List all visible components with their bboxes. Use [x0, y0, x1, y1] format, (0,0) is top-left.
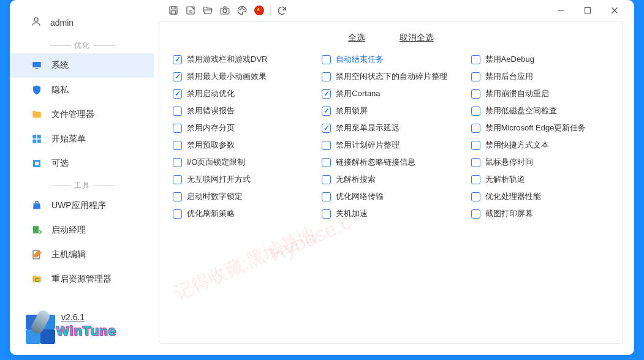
option-label: 禁用快捷方式文本: [485, 140, 549, 151]
sidebar-item-startmenu[interactable]: 开始菜单: [10, 127, 154, 151]
checkbox-icon: [322, 72, 331, 81]
option-label: 禁用空闲状态下的自动碎片整理: [336, 71, 447, 82]
option-checkbox[interactable]: 鼠标悬停时间: [471, 154, 609, 171]
option-checkbox[interactable]: 禁用空闲状态下的自动碎片整理: [322, 68, 460, 85]
option-checkbox[interactable]: 无互联网打开方式: [173, 171, 311, 188]
close-button[interactable]: [601, 3, 628, 18]
sidebar-item-label: 开始菜单: [51, 133, 86, 144]
content-panel: 全选 取消全选 禁用游戏栏和游戏DVR禁用最大最小动画效果禁用启动优化禁用错误报…: [159, 21, 623, 344]
checkbox-icon: [471, 72, 480, 81]
app-window: admin 优化 系统 隐私 文件管理器 开始菜单 可选 工具 UWP应用程序: [10, 0, 634, 355]
option-label: 禁用AeDebug: [485, 54, 534, 65]
svg-rect-13: [171, 11, 176, 14]
option-checkbox[interactable]: 优化刷新策略: [173, 205, 311, 222]
svg-rect-12: [172, 7, 175, 9]
save-icon[interactable]: [165, 3, 182, 18]
sidebar-item-privacy[interactable]: 隐私: [10, 78, 154, 102]
delete-icon[interactable]: [182, 3, 199, 18]
option-label: 禁用预取参数: [187, 140, 235, 151]
checkbox-icon: [173, 158, 182, 167]
open-folder-icon[interactable]: [199, 3, 216, 18]
option-checkbox[interactable]: 截图打印屏幕: [471, 205, 609, 222]
option-label: 自动结束任务: [336, 54, 384, 65]
camera-icon[interactable]: [216, 3, 233, 18]
option-checkbox[interactable]: 优化网络传输: [322, 188, 460, 205]
option-checkbox[interactable]: 禁用锁屏: [322, 102, 460, 119]
version-label[interactable]: v2.6.1: [61, 312, 116, 322]
option-checkbox[interactable]: 链接解析忽略链接信息: [322, 154, 460, 171]
option-label: 禁用低磁盘空间检查: [485, 105, 557, 116]
toolbar: [154, 0, 634, 18]
option-label: 禁用计划碎片整理: [336, 140, 400, 151]
option-checkbox[interactable]: 禁用计划碎片整理: [322, 137, 460, 154]
app-logo-icon: [23, 312, 56, 345]
checkbox-icon: [173, 89, 182, 99]
svg-rect-4: [37, 135, 41, 138]
user-icon: [31, 16, 42, 29]
checkbox-icon: [322, 55, 331, 64]
option-checkbox[interactable]: 禁用低磁盘空间检查: [471, 102, 609, 119]
option-label: 关机加速: [336, 208, 368, 219]
selection-actions: 全选 取消全选: [173, 30, 609, 51]
svg-rect-6: [37, 140, 41, 143]
option-label: 禁用游戏栏和游戏DVR: [187, 54, 267, 65]
sidebar-item-label: 系统: [51, 60, 69, 71]
option-checkbox[interactable]: I/O页面锁定限制: [173, 154, 311, 171]
option-checkbox[interactable]: 禁用预取参数: [173, 137, 311, 154]
option-checkbox[interactable]: 禁用崩溃自动重启: [471, 85, 609, 102]
sidebar-item-label: 可选: [51, 158, 69, 169]
option-label: 禁用后台应用: [485, 71, 533, 82]
watermark-text: 记得收藏:黑域基地: [170, 221, 320, 306]
user-row: admin: [10, 12, 154, 36]
option-checkbox[interactable]: 禁用内存分页: [173, 119, 311, 137]
option-checkbox[interactable]: 禁用Microsoft Edge更新任务: [471, 119, 609, 137]
option-checkbox[interactable]: 无解析轨道: [471, 171, 609, 188]
optional-icon: [31, 157, 43, 170]
option-checkbox[interactable]: 关机加速: [322, 205, 460, 222]
options-column-2: 自动结束任务禁用空闲状态下的自动碎片整理禁用Cortana禁用锁屏禁用菜单显示延…: [322, 51, 460, 222]
option-checkbox[interactable]: 自动结束任务: [322, 51, 460, 68]
checkbox-icon: [471, 107, 480, 116]
app-name: WinTune: [56, 323, 116, 339]
sidebar-item-system[interactable]: 系统: [10, 53, 154, 78]
window-controls: [547, 3, 628, 18]
option-checkbox[interactable]: 启动时数字锁定: [173, 188, 311, 205]
checkbox-icon: [322, 107, 331, 116]
sidebar-item-restartexp[interactable]: 重启资源管理器: [10, 267, 154, 291]
option-checkbox[interactable]: 禁用最大最小动画效果: [173, 68, 311, 85]
sidebar-item-label: 主机编辑: [51, 249, 86, 260]
option-label: 优化刷新策略: [187, 208, 235, 219]
sidebar-item-filemanager[interactable]: 文件管理器: [10, 102, 154, 127]
sidebar-item-optional[interactable]: 可选: [10, 151, 154, 176]
sidebar-item-hosteditor[interactable]: 主机编辑: [10, 242, 154, 267]
sidebar-item-uwp[interactable]: UWP应用程序: [10, 193, 154, 218]
checkbox-icon: [471, 158, 480, 167]
sidebar-item-startup[interactable]: 启动经理: [10, 218, 154, 242]
svg-point-19: [243, 9, 244, 10]
option-checkbox[interactable]: 禁用启动优化: [173, 85, 311, 102]
checkbox-icon: [471, 141, 480, 150]
restart-icon: [31, 273, 43, 285]
option-checkbox[interactable]: 禁用菜单显示延迟: [322, 119, 460, 137]
option-label: 禁用菜单显示延迟: [336, 122, 400, 133]
option-checkbox[interactable]: 禁用Cortana: [322, 85, 460, 102]
option-checkbox[interactable]: 禁用游戏栏和游戏DVR: [173, 51, 311, 68]
svg-rect-1: [32, 62, 41, 67]
deselect-all-link[interactable]: 取消全选: [400, 32, 434, 43]
maximize-button[interactable]: [574, 3, 601, 18]
option-checkbox[interactable]: 禁用错误报告: [173, 102, 311, 119]
checkbox-icon: [322, 158, 331, 167]
option-label: 禁用锁屏: [336, 105, 368, 116]
refresh-icon[interactable]: [273, 3, 290, 18]
option-checkbox[interactable]: 无解析搜索: [322, 171, 460, 188]
language-icon[interactable]: [251, 3, 268, 18]
option-checkbox[interactable]: 禁用快捷方式文本: [471, 137, 609, 154]
select-all-link[interactable]: 全选: [348, 32, 365, 43]
checkbox-icon: [322, 175, 331, 184]
palette-icon[interactable]: [233, 3, 251, 18]
option-checkbox[interactable]: 禁用后台应用: [471, 68, 609, 85]
minimize-button[interactable]: [547, 3, 574, 18]
svg-rect-14: [187, 7, 194, 14]
option-checkbox[interactable]: 禁用AeDebug: [471, 51, 609, 68]
option-checkbox[interactable]: 优化处理器性能: [471, 188, 609, 205]
